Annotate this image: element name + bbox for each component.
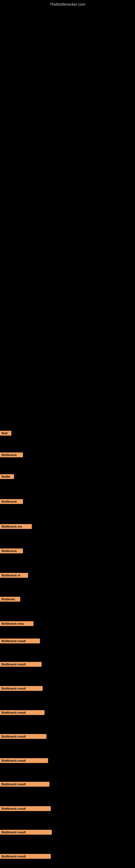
bottleneck-result-label: Bottleneck res (0, 524, 32, 529)
bottleneck-result-label: Bottlenec (0, 597, 20, 601)
bottleneck-result-label: Bottleneck re (0, 573, 28, 578)
bottleneck-result-label: Bottleneck resu (0, 621, 34, 626)
bottleneck-result-label: Bottleneck result (0, 710, 45, 715)
bottleneck-result-label: Bottleneck result (0, 854, 51, 859)
bottleneck-result-label: Bottleneck result (0, 806, 51, 811)
bottleneck-result-label: Bottleneck result (0, 830, 52, 835)
bottleneck-result-label: Bottleneck result (0, 639, 40, 643)
bottleneck-result-label: Bottleneck result (0, 662, 42, 667)
bottleneck-result-label: Bottleneck result (0, 782, 49, 786)
bottleneck-result-label: Bottleneck (0, 453, 23, 457)
bottleneck-result-label: Bottleneck (0, 549, 23, 553)
bottleneck-result-label: Bottleneck result (0, 758, 48, 763)
bottleneck-result-label: Bottleneck result (0, 734, 46, 739)
bottleneck-result-label: Bottleneck (0, 499, 23, 504)
bottleneck-result-label: Bottle (0, 474, 14, 479)
bottleneck-result-label: Bott (0, 431, 11, 436)
site-title: TheBottlenecker.com (50, 2, 85, 6)
bottleneck-result-label: Bottleneck result (0, 686, 43, 691)
